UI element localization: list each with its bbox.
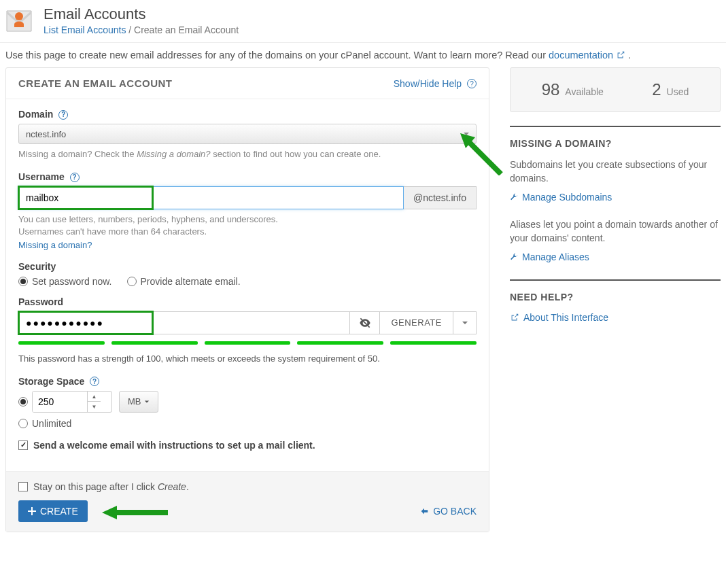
username-domain-suffix: @nctest.info — [404, 186, 477, 209]
generate-options-button[interactable] — [453, 311, 477, 334]
radio-storage-unlimited[interactable] — [18, 419, 28, 428]
show-hide-help-link[interactable]: Show/Hide Help ? — [394, 78, 477, 89]
account-stats: 98 Available 2 Used — [510, 67, 721, 112]
username-label: Username ? — [18, 171, 477, 182]
manage-aliases-link[interactable]: Manage Aliases — [510, 252, 589, 262]
domain-select[interactable]: nctest.info — [18, 124, 477, 144]
radio-set-password[interactable] — [18, 277, 28, 286]
password-label: Password — [18, 296, 477, 307]
help-icon[interactable]: ? — [58, 110, 68, 120]
missing-domain-link[interactable]: Missing a domain? — [18, 240, 92, 250]
password-input[interactable] — [18, 311, 350, 334]
create-button[interactable]: CREATE — [18, 500, 88, 522]
create-email-panel: CREATE AN EMAIL ACCOUNT Show/Hide Help ?… — [5, 67, 489, 532]
manage-subdomains-link[interactable]: Manage Subdomains — [510, 192, 612, 203]
arrow-left-icon — [419, 506, 429, 516]
wrench-icon — [510, 253, 518, 261]
password-strength-meter — [18, 341, 477, 345]
breadcrumb-current: Create an Email Account — [134, 24, 239, 35]
domain-label: Domain ? — [18, 109, 477, 120]
aliases-text: Aliases let you point a domain towards a… — [510, 218, 721, 245]
side-missing-title: MISSING A DOMAIN? — [510, 138, 721, 149]
radio-alt-email-label: Provide alternate email. — [141, 276, 241, 287]
help-icon[interactable]: ? — [70, 173, 80, 182]
welcome-email-checkbox[interactable] — [18, 440, 28, 450]
stay-on-page-checkbox[interactable] — [18, 482, 28, 491]
radio-storage-unlimited-label: Unlimited — [32, 418, 71, 429]
annotation-arrow — [97, 502, 171, 523]
chevron-down-icon — [144, 399, 150, 404]
wrench-icon — [510, 193, 518, 201]
page-title: Email Accounts — [44, 5, 239, 23]
panel-title: CREATE AN EMAIL ACCOUNT — [18, 77, 173, 89]
generate-password-button[interactable]: GENERATE — [380, 311, 453, 334]
quantity-stepper[interactable]: ▲ ▼ — [87, 392, 101, 412]
eye-slash-icon — [358, 316, 372, 330]
about-interface-link[interactable]: About This Interface — [510, 312, 608, 323]
storage-unit-select[interactable]: MB — [119, 391, 158, 413]
username-hint: You can use letters, numbers, periods, h… — [18, 213, 477, 238]
external-link-icon — [616, 50, 625, 60]
help-icon: ? — [467, 79, 477, 88]
welcome-email-label: Send a welcome email with instructions t… — [33, 440, 315, 451]
radio-storage-fixed[interactable] — [18, 397, 28, 407]
breadcrumb: List Email Accounts / Create an Email Ac… — [44, 24, 239, 35]
storage-label: Storage Space ? — [18, 376, 477, 387]
plus-icon — [28, 507, 36, 515]
breadcrumb-list-link[interactable]: List Email Accounts — [44, 24, 126, 35]
storage-input[interactable] — [33, 392, 87, 412]
security-label: Security — [18, 261, 477, 272]
chevron-down-icon — [462, 319, 468, 326]
chevron-down-icon[interactable]: ▼ — [88, 402, 101, 412]
svg-point-0 — [15, 12, 23, 20]
toggle-password-visibility-button[interactable] — [350, 311, 380, 334]
password-strength-text: This password has a strength of 100, whi… — [18, 353, 477, 365]
subdomains-text: Subdomains let you create subsections of… — [510, 158, 721, 185]
side-help-title: NEED HELP? — [510, 292, 721, 302]
help-icon[interactable]: ? — [90, 377, 99, 386]
page-header: Email Accounts List Email Accounts / Cre… — [0, 0, 726, 42]
annotation-arrow — [453, 128, 508, 175]
stay-on-page-label: Stay on this page after I click Create. — [33, 481, 189, 492]
username-input[interactable] — [18, 186, 404, 209]
documentation-link[interactable]: documentation — [549, 50, 628, 60]
domain-hint: Missing a domain? Check the Missing a do… — [18, 148, 477, 160]
go-back-button[interactable]: GO BACK — [419, 506, 477, 517]
available-count: 98 — [542, 80, 560, 99]
radio-alt-email[interactable] — [127, 277, 137, 286]
chevron-up-icon[interactable]: ▲ — [88, 392, 101, 402]
intro-line: Use this page to create new email addres… — [0, 42, 726, 67]
radio-set-password-label: Set password now. — [32, 276, 112, 287]
email-app-icon — [3, 4, 35, 37]
external-link-icon — [510, 313, 519, 322]
used-count: 2 — [652, 80, 661, 99]
